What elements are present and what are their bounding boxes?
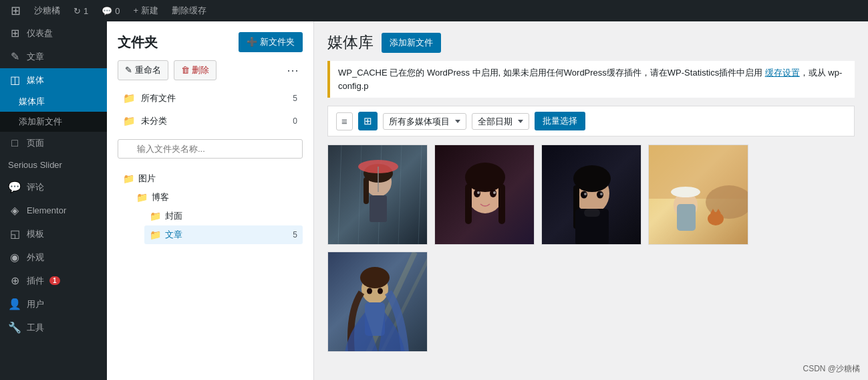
more-options-button[interactable]: ⋯: [283, 60, 303, 80]
date-dropdown[interactable]: 全部日期: [472, 113, 529, 130]
sidebar-label-appearance: 外观: [27, 252, 44, 264]
svg-rect-36: [677, 188, 694, 196]
tree-count-articles: 5: [293, 230, 297, 240]
tree-label-blog: 博客: [152, 191, 169, 203]
wp-icon: ⊞: [11, 3, 21, 18]
list-view-icon: ≡: [341, 116, 347, 127]
list-view-button[interactable]: ≡: [336, 112, 353, 130]
comments-icon: 💬: [8, 181, 21, 193]
media-panel: 媒体库 添加新文件 WP_CACHE 已在您的 WordPress 中启用, 如…: [314, 21, 868, 380]
all-files-item[interactable]: 📁 所有文件 5: [118, 88, 303, 108]
sidebar-item-posts[interactable]: ✎ 文章: [0, 45, 107, 68]
tree-item-blog[interactable]: 📁 博客: [131, 188, 303, 207]
media-type-dropdown[interactable]: 所有多媒体项目: [383, 113, 466, 130]
uncategorized-count: 0: [293, 116, 297, 126]
folder-tree: 📁 图片 📁 博客 📁 封面 📁: [118, 169, 303, 244]
site-name-bar[interactable]: 沙糖橘: [29, 0, 65, 21]
tree-children-pictures: 📁 博客 📁 封面 📁 文章 5: [118, 188, 303, 244]
media-icon: ◫: [8, 74, 21, 86]
sidebar-sub-media-library[interactable]: 媒体库: [0, 92, 107, 112]
search-wrapper: 🔍: [118, 139, 303, 159]
bulk-select-button[interactable]: 批量选择: [535, 112, 585, 130]
notice-link[interactable]: 缓存设置: [765, 68, 800, 78]
notice-bar: WP_CACHE 已在您的 WordPress 中启用, 如果未启用任何Word…: [327, 61, 855, 98]
clear-cache-bar[interactable]: 删除缓存: [166, 0, 212, 21]
rename-label: ✎ 重命名: [125, 64, 161, 76]
sidebar-label-dashboard: 仪表盘: [27, 27, 53, 39]
svg-point-30: [600, 193, 603, 195]
svg-point-19: [477, 191, 480, 194]
sidebar-label-elementor: Elementor: [27, 205, 66, 215]
sidebar-item-plugins[interactable]: ⊕ 插件 1: [0, 269, 107, 292]
users-icon: 👤: [8, 298, 21, 310]
sidebar-label-pages: 页面: [27, 137, 44, 149]
posts-icon: ✎: [8, 50, 21, 63]
svg-rect-8: [364, 177, 369, 204]
add-file-label: 添加新文件: [390, 37, 433, 48]
rename-button[interactable]: ✎ 重命名: [118, 60, 168, 80]
tree-item-articles[interactable]: 📁 文章 5: [144, 225, 303, 244]
media-thumb-2[interactable]: [434, 145, 535, 245]
sidebar-item-pages[interactable]: □ 页面: [0, 132, 107, 155]
sidebar-item-dashboard[interactable]: ⊞ 仪表盘: [0, 21, 107, 45]
delete-button[interactable]: 🗑 删除: [174, 60, 217, 80]
sidebar-label-serious-slider: Serious Slider: [8, 160, 62, 170]
media-thumb-1[interactable]: [327, 145, 428, 245]
sidebar-item-elementor[interactable]: ◈ Elementor: [0, 199, 107, 222]
sidebar-sub-add-new[interactable]: 添加新文件: [0, 112, 107, 132]
tools-icon: 🔧: [8, 321, 21, 334]
media-thumb-4[interactable]: [648, 145, 748, 245]
svg-point-38: [708, 212, 724, 225]
folder-actions: ✎ 重命名 🗑 删除 ⋯: [118, 60, 303, 80]
content-area: 文件夹 ➕ 新文件夹 ✎ 重命名 🗑 删除 ⋯ 📁 所有文件: [107, 21, 868, 380]
sidebar-item-tools[interactable]: 🔧 工具: [0, 316, 107, 339]
sidebar-item-media[interactable]: ◫ 媒体: [0, 68, 107, 92]
tree-item-cover[interactable]: 📁 封面: [144, 207, 303, 225]
folder-icon-articles: 📁: [150, 229, 161, 240]
folder-icon-blog: 📁: [136, 192, 148, 203]
sidebar-label-templates: 模板: [27, 228, 44, 240]
tree-root-pictures[interactable]: 📁 图片: [118, 169, 303, 188]
notice-text: WP_CACHE 已在您的 WordPress 中启用, 如果未启用任何Word…: [338, 68, 765, 78]
sidebar-item-serious-slider[interactable]: Serious Slider: [0, 155, 107, 175]
add-file-button[interactable]: 添加新文件: [382, 33, 441, 53]
add-new-bar[interactable]: + 新建: [128, 0, 163, 21]
media-thumb-5[interactable]: [327, 252, 428, 352]
search-folder-input[interactable]: [118, 139, 303, 159]
refresh-icon: ↻: [74, 6, 81, 16]
sidebar-label-posts: 文章: [27, 51, 44, 63]
plugins-badge: 1: [49, 276, 60, 285]
sidebar-label-media: 媒体: [27, 74, 44, 86]
comments-bar[interactable]: 💬 0: [96, 0, 125, 21]
media-grid: [327, 145, 855, 352]
grid-view-icon: ⊞: [364, 115, 372, 126]
folder-icon-cover: 📁: [150, 211, 161, 221]
media-toolbar: ≡ ⊞ 所有多媒体项目 全部日期 批量选择: [327, 106, 855, 136]
media-title: 媒体库: [327, 32, 374, 53]
watermark: CSDN @沙糖橘: [803, 363, 860, 375]
new-folder-button[interactable]: ➕ 新文件夹: [239, 32, 303, 52]
site-name-label: 沙糖橘: [34, 5, 60, 17]
svg-rect-26: [584, 209, 600, 217]
clear-cache-label: 删除缓存: [172, 5, 206, 17]
grid-view-button[interactable]: ⊞: [358, 112, 378, 130]
pages-icon: □: [8, 137, 21, 149]
sidebar: ⊞ 仪表盘 ✎ 文章 ◫ 媒体 媒体库 添加新文件 □ 页面 Serious S…: [0, 21, 107, 380]
updates-bar[interactable]: ↻ 1: [68, 0, 94, 21]
templates-icon: ◱: [8, 227, 21, 240]
sidebar-label-plugins: 插件: [27, 275, 44, 287]
wp-logo[interactable]: ⊞: [5, 0, 26, 21]
sidebar-label-comments: 评论: [27, 181, 44, 193]
sidebar-item-templates[interactable]: ◱ 模板: [0, 222, 107, 246]
sidebar-item-users[interactable]: 👤 用户: [0, 292, 107, 316]
sidebar-item-comments[interactable]: 💬 评论: [0, 175, 107, 199]
appearance-icon: ◉: [8, 251, 21, 264]
svg-point-20: [493, 191, 496, 194]
sidebar-item-appearance[interactable]: ◉ 外观: [0, 246, 107, 269]
svg-rect-37: [677, 204, 696, 231]
uncategorized-item[interactable]: 📁 未分类 0: [118, 111, 303, 131]
svg-point-45: [360, 267, 390, 288]
add-new-label: + 新建: [133, 5, 158, 17]
tree-label-pictures: 图片: [138, 173, 156, 185]
media-thumb-3[interactable]: [541, 145, 641, 245]
